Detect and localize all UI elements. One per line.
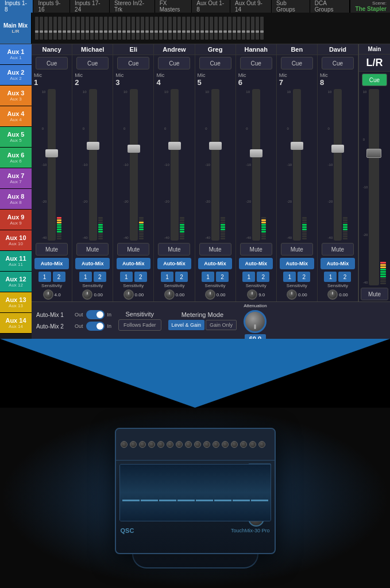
channel-2-mute[interactable]: Mute bbox=[76, 243, 109, 256]
channel-2-btn-1[interactable]: 1 bbox=[79, 272, 92, 282]
sidebar-item-aux11[interactable]: Aux 11 Aux 11 bbox=[0, 251, 32, 272]
sidebar-item-aux7[interactable]: Aux 7 Aux 7 bbox=[0, 168, 32, 189]
channel-1-knob[interactable] bbox=[43, 289, 53, 300]
sidebar-item-aux6[interactable]: Aux 6 Aux 6 bbox=[0, 148, 32, 168]
sidebar-item-aux2[interactable]: Aux 2 Aux 2 bbox=[0, 65, 32, 86]
channel-6-num-btns: 1 2 bbox=[236, 272, 276, 282]
sidebar-item-aux1[interactable]: Aux 1 Aux 1 bbox=[0, 44, 32, 65]
tab-stereo-in[interactable]: Stereo In/2-Trk bbox=[110, 0, 155, 13]
max-attenuation-knob[interactable] bbox=[244, 310, 267, 333]
channel-1-cue[interactable]: Cue bbox=[36, 57, 68, 69]
channel-3-mute[interactable]: Mute bbox=[117, 243, 149, 256]
channel-6-fader-handle[interactable] bbox=[250, 149, 262, 157]
channel-7-mute[interactable]: Mute bbox=[281, 243, 313, 256]
tab-fx-masters[interactable]: FX Masters bbox=[155, 0, 192, 13]
sidebar-item-aux12[interactable]: Aux 12 Aux 12 bbox=[0, 272, 32, 292]
channel-3-btn-1[interactable]: 1 bbox=[120, 272, 133, 282]
hw-knob bbox=[213, 441, 219, 448]
channel-1-fader-handle[interactable] bbox=[45, 149, 58, 157]
tab-inputs-17-24[interactable]: Inputs 17-24 bbox=[70, 0, 110, 13]
channel-2-fader-handle[interactable] bbox=[87, 142, 99, 150]
tab-inputs-1-8[interactable]: Inputs 1-8 bbox=[0, 0, 33, 13]
channel-5-btn-1[interactable]: 1 bbox=[202, 272, 214, 282]
channel-4-cue[interactable]: Cue bbox=[158, 57, 190, 69]
channel-3-sensitivity: Sensitivity 0.00 bbox=[113, 283, 153, 301]
channel-4-mute[interactable]: Mute bbox=[158, 243, 190, 256]
channel-8-mute[interactable]: Mute bbox=[322, 243, 354, 256]
automix-1-toggle[interactable] bbox=[86, 310, 105, 319]
sidebar-item-aux3[interactable]: Aux 3 Aux 3 bbox=[0, 86, 32, 106]
channel-4-automix[interactable]: Auto-Mix bbox=[157, 258, 192, 269]
channel-2-cue[interactable]: Cue bbox=[76, 57, 109, 69]
channel-6-automix[interactable]: Auto-Mix bbox=[239, 258, 273, 269]
sidebar-item-aux9[interactable]: Aux 9 Aux 9 bbox=[0, 210, 32, 230]
sidebar-item-aux4[interactable]: Aux 4 Aux 4 bbox=[0, 106, 32, 127]
channel-4-fader-handle[interactable] bbox=[168, 142, 181, 150]
channel-1-btn-2[interactable]: 2 bbox=[53, 272, 65, 282]
channel-3-fader-handle[interactable] bbox=[128, 145, 140, 153]
channel-2-automix[interactable]: Auto-Mix bbox=[75, 258, 110, 269]
master-fader-bar bbox=[155, 17, 158, 40]
channel-6-mute[interactable]: Mute bbox=[240, 243, 272, 256]
channel-1-btn-1[interactable]: 1 bbox=[38, 272, 51, 282]
main-channel: Main L/R Cue 10 0 -10 -20 -40 bbox=[358, 44, 390, 301]
channel-5-automix[interactable]: Auto-Mix bbox=[198, 258, 233, 269]
channel-7-knob[interactable] bbox=[287, 289, 297, 300]
channel-8-btn-1[interactable]: 1 bbox=[324, 272, 337, 282]
main-mute-btn[interactable]: Mute bbox=[361, 288, 389, 300]
channel-5-cue[interactable]: Cue bbox=[199, 57, 231, 69]
channel-6-btn-1[interactable]: 1 bbox=[242, 272, 255, 282]
channel-5-fader-handle[interactable] bbox=[209, 142, 222, 150]
main-fader-handle[interactable] bbox=[366, 149, 381, 158]
main-mix-button[interactable]: Main Mix L/R bbox=[0, 13, 32, 44]
channel-2-knob[interactable] bbox=[82, 289, 92, 300]
main-channel-cue[interactable]: Cue bbox=[362, 74, 387, 86]
master-fader-bar bbox=[113, 17, 117, 40]
channel-7-automix[interactable]: Auto-Mix bbox=[280, 258, 314, 269]
channel-7-btn-1[interactable]: 1 bbox=[283, 272, 296, 282]
sidebar-item-aux5[interactable]: Aux 5 Aux 5 bbox=[0, 127, 32, 148]
master-fader-bar bbox=[200, 17, 204, 40]
channel-6-knob[interactable] bbox=[247, 289, 257, 300]
tab-aux-out-1-8[interactable]: Aux Out 1-8 bbox=[192, 0, 230, 13]
channel-5-btn-2[interactable]: 2 bbox=[216, 272, 229, 282]
sidebar-item-aux8[interactable]: Aux 8 Aux 8 bbox=[0, 189, 32, 210]
channel-7-fader-handle[interactable] bbox=[291, 142, 303, 150]
channel-3-automix[interactable]: Auto-Mix bbox=[117, 258, 151, 269]
channel-8-automix[interactable]: Auto-Mix bbox=[321, 258, 355, 269]
channel-8-btn-2[interactable]: 2 bbox=[338, 272, 351, 282]
tab-sub-groups[interactable]: Sub Groups bbox=[272, 0, 310, 13]
channel-3-knob[interactable] bbox=[123, 289, 134, 300]
tab-aux-out-9-14[interactable]: Aux Out 9-14 bbox=[230, 0, 272, 13]
channel-8-cue[interactable]: Cue bbox=[322, 57, 354, 69]
channel-4-btn-1[interactable]: 1 bbox=[161, 272, 173, 282]
tab-inputs-9-16[interactable]: Inputs 9-16 bbox=[33, 0, 70, 13]
channel-2-btn-2[interactable]: 2 bbox=[94, 272, 106, 282]
channel-7-btn-2[interactable]: 2 bbox=[298, 272, 310, 282]
channel-1-automix[interactable]: Auto-Mix bbox=[34, 258, 69, 269]
channel-6-btn-2[interactable]: 2 bbox=[257, 272, 269, 282]
master-fader-bar bbox=[246, 17, 250, 40]
channel-4-knob[interactable] bbox=[164, 289, 175, 300]
follows-fader-button[interactable]: Follows Fader bbox=[118, 319, 161, 331]
channel-5-mute[interactable]: Mute bbox=[199, 243, 231, 256]
metering-gain-only[interactable]: Gain Only bbox=[206, 320, 237, 330]
channel-8-name: David bbox=[318, 44, 358, 55]
channel-6-cue[interactable]: Cue bbox=[240, 57, 272, 69]
master-fader-bar bbox=[86, 17, 89, 40]
channel-3-cue[interactable]: Cue bbox=[117, 57, 149, 69]
channel-5-knob[interactable] bbox=[205, 289, 215, 300]
channel-3-mic: Mic 3 bbox=[113, 71, 153, 88]
tab-dca-groups[interactable]: DCA Groups bbox=[310, 0, 350, 13]
sidebar-item-aux13[interactable]: Aux 13 Aux 13 bbox=[0, 292, 32, 313]
sidebar-item-aux10[interactable]: Aux 10 Aux 10 bbox=[0, 230, 32, 251]
sidebar-item-aux14[interactable]: Aux 14 Aux 14 bbox=[0, 313, 32, 334]
automix-2-toggle[interactable] bbox=[86, 322, 105, 331]
channel-3-btn-2[interactable]: 2 bbox=[134, 272, 147, 282]
channel-4-btn-2[interactable]: 2 bbox=[175, 272, 188, 282]
channel-8-fader-handle[interactable] bbox=[331, 145, 344, 153]
channel-8-knob[interactable] bbox=[327, 289, 338, 300]
metering-level-gain[interactable]: Level & Gain bbox=[168, 320, 205, 330]
channel-1-mute[interactable]: Mute bbox=[36, 243, 68, 256]
channel-7-cue[interactable]: Cue bbox=[281, 57, 313, 69]
